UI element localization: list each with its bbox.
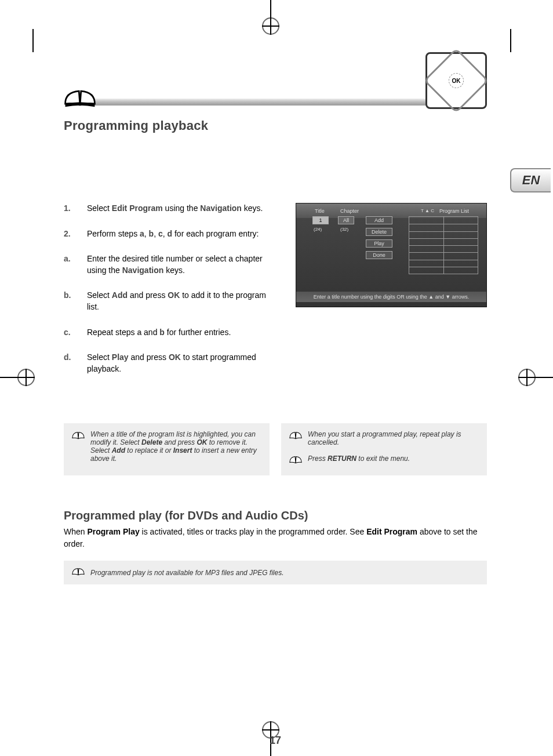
note-mp3-jpeg: Programmed play is not available for MP3… — [64, 561, 487, 584]
osd-program-grid — [409, 216, 478, 274]
osd-footer-hint: Enter a title number using the digits OR… — [296, 292, 486, 302]
osd-add-button: Add — [366, 216, 392, 224]
step-2: 2. Perform steps a, b, c, d for each pro… — [64, 228, 278, 240]
osd-delete-button: Delete — [366, 228, 392, 236]
ok-label: OK — [449, 73, 464, 88]
steps-list: 1. Select Edit Program using the Navigat… — [64, 203, 278, 388]
osd-title-header: Title — [315, 208, 325, 214]
book-icon — [72, 430, 85, 441]
osd-title-field: 1 — [312, 216, 329, 224]
book-open-icon — [64, 86, 96, 109]
osd-chapter-field: All — [338, 216, 354, 224]
note-edit-list: When a title of the program list is high… — [64, 423, 270, 475]
book-icon — [289, 455, 302, 465]
osd-play-button: Play — [366, 239, 392, 248]
book-icon — [289, 430, 302, 441]
page-title: Programming playback — [64, 118, 487, 133]
osd-done-button: Done — [366, 251, 392, 259]
navigation-pad-icon: OK — [425, 52, 487, 109]
osd-screenshot: Title Chapter Program List T ▲ C 1 All (… — [296, 203, 487, 307]
step-a: a. Enter the desired title number or sel… — [64, 253, 278, 276]
step-d: d. Select Play and press OK to start pro… — [64, 352, 278, 375]
osd-programlist-header: Program List — [439, 208, 469, 214]
book-icon — [72, 566, 85, 579]
osd-chapter-header: Chapter — [340, 208, 359, 214]
note-repeat-return: When you start a programmed play, repeat… — [281, 423, 487, 475]
osd-title-total: (24) — [314, 227, 322, 232]
step-c: c. Repeat steps a and b for further entr… — [64, 327, 278, 339]
step-b: b. Select Add and press OK to add it to … — [64, 290, 278, 312]
osd-chapter-total: (32) — [340, 227, 348, 232]
section2-heading: Programmed play (for DVDs and Audio CDs) — [64, 509, 487, 522]
language-tab: EN — [510, 168, 551, 192]
section2-body: When Program Play is activated, titles o… — [64, 526, 487, 550]
osd-tc-label: T ▲ C — [421, 208, 434, 213]
step-1: 1. Select Edit Program using the Navigat… — [64, 203, 278, 215]
page-number: 17 — [64, 735, 487, 747]
